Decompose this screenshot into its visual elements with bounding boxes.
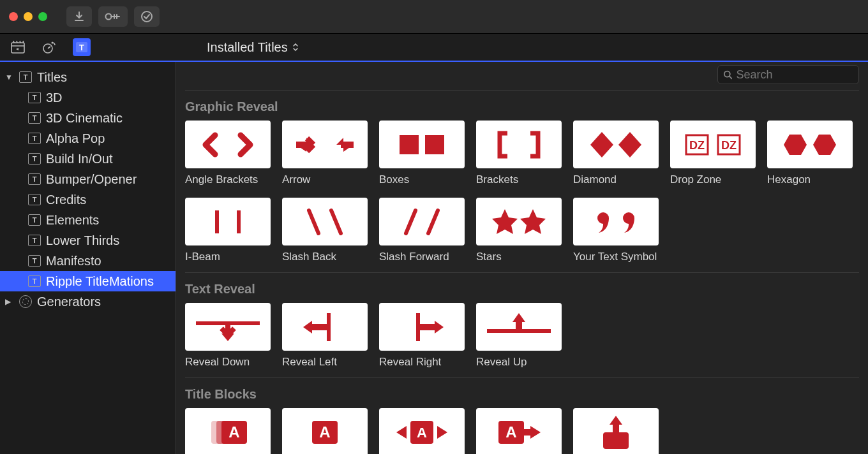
keyword-button[interactable] <box>98 6 128 27</box>
title-tile[interactable]: Slash Back <box>282 198 368 263</box>
sidebar-item-label: Bumper/Opener <box>46 172 137 187</box>
svg-text:A: A <box>505 423 516 441</box>
stars-icon <box>476 198 562 245</box>
titlebar <box>0 0 868 34</box>
browser-tab-bar: T Installed Titles <box>0 34 868 62</box>
angle-brackets-icon <box>185 121 271 168</box>
svg-rect-26 <box>418 324 435 330</box>
tile-label: Boxes <box>379 173 465 186</box>
arrows-in-icon <box>282 121 368 168</box>
title-tile[interactable]: Reveal Right <box>379 303 465 369</box>
diamonds-icon <box>573 121 659 168</box>
svg-text:DZ: DZ <box>689 139 705 152</box>
search-icon <box>723 70 732 80</box>
sidebar-item-ripple-titlemations[interactable]: TRipple TitleMations <box>0 271 176 291</box>
title-tile[interactable]: A <box>476 408 562 454</box>
maximize-window-button[interactable] <box>38 12 47 21</box>
title-tile[interactable]: Stars <box>476 198 562 263</box>
reveal-right-icon <box>379 303 465 351</box>
block-right-icon: A <box>476 408 562 454</box>
title-tile[interactable]: Diamond <box>573 121 659 186</box>
filter-dropdown-label: Installed Titles <box>207 40 288 55</box>
title-icon: T <box>28 133 41 144</box>
libraries-tab[interactable] <box>9 38 27 56</box>
window-controls <box>9 12 47 21</box>
tile-label: Reveal Left <box>282 356 368 369</box>
sidebar-item-credits[interactable]: TCredits <box>0 189 176 210</box>
import-button[interactable] <box>66 6 92 27</box>
svg-rect-8 <box>296 142 309 148</box>
title-tile[interactable]: Reveal Down <box>185 303 271 369</box>
sidebar-item-label: Build In/Out <box>46 152 113 166</box>
title-tile[interactable]: Brackets <box>476 121 562 186</box>
title-tile[interactable]: Angle Brackets <box>185 121 271 186</box>
tile-label: I-Beam <box>185 251 271 263</box>
title-tile[interactable]: I-Beam <box>185 198 271 263</box>
chevron-right-icon[interactable]: ▶ <box>5 297 14 306</box>
section-header: Title Blocks <box>185 377 859 408</box>
sidebar-item-manifesto[interactable]: TManifesto <box>0 251 176 271</box>
title-tile[interactable]: Boxes <box>379 121 465 186</box>
sidebar-item-bumper-opener[interactable]: TBumper/Opener <box>0 169 176 189</box>
svg-rect-28 <box>516 321 522 332</box>
title-tile[interactable]: Hexagon <box>767 121 853 186</box>
sidebar-item-elements[interactable]: TElements <box>0 210 176 230</box>
svg-text:A: A <box>319 423 330 441</box>
title-tile[interactable] <box>573 408 659 454</box>
block-up-icon <box>573 408 659 454</box>
close-window-button[interactable] <box>9 12 18 21</box>
sidebar-group-label: Titles <box>37 70 67 85</box>
search-input[interactable] <box>736 68 853 82</box>
sidebar-item-alpha-pop[interactable]: TAlpha Pop <box>0 128 176 149</box>
sidebar-item-label: Manifesto <box>46 254 101 268</box>
content-pane: Graphic RevealAngle BracketsArrowBoxesBr… <box>176 62 868 454</box>
title-tile[interactable]: DZDZDrop Zone <box>670 121 756 186</box>
sidebar-group-label: Generators <box>37 295 101 309</box>
browser-grid[interactable]: Graphic RevealAngle BracketsArrowBoxesBr… <box>176 87 868 454</box>
svg-rect-10 <box>400 135 419 154</box>
svg-point-4 <box>52 42 54 44</box>
sidebar-item-3d[interactable]: T3D <box>0 87 176 108</box>
chevron-down-icon[interactable]: ▼ <box>5 73 14 82</box>
title-tile[interactable]: Reveal Left <box>282 303 368 369</box>
slash-back-icon <box>282 198 368 245</box>
title-tile[interactable]: Reveal Up <box>476 303 562 369</box>
title-tile[interactable]: Arrow <box>282 121 368 186</box>
svg-point-1 <box>142 11 152 22</box>
svg-line-18 <box>309 210 318 233</box>
sidebar-item-lower-thirds[interactable]: TLower Thirds <box>0 230 176 251</box>
slash-forward-icon <box>379 198 465 245</box>
svg-rect-40 <box>613 423 619 432</box>
titles-generators-tab[interactable]: T <box>73 38 91 56</box>
svg-rect-2 <box>11 43 24 53</box>
svg-line-20 <box>406 210 415 233</box>
block-motion-icon: A <box>185 408 271 454</box>
svg-rect-11 <box>425 135 444 154</box>
block-a-icon: A <box>282 408 368 454</box>
sidebar-item-build-in-out[interactable]: TBuild In/Out <box>0 149 176 169</box>
reveal-down-icon <box>185 303 271 351</box>
title-tile[interactable]: A <box>379 408 465 454</box>
minimize-window-button[interactable] <box>24 12 33 21</box>
sidebar-item-label: Elements <box>46 213 99 228</box>
sidebar-group-titles[interactable]: ▼TTitles <box>0 67 176 87</box>
sidebar-item-3d-cinematic[interactable]: T3D Cinematic <box>0 108 176 128</box>
svg-rect-17 <box>237 210 241 233</box>
sidebar-group-generators[interactable]: ▶Generators <box>0 291 176 312</box>
title-tile[interactable]: Your Text Symbol <box>573 198 659 263</box>
title-tile[interactable]: A <box>185 408 271 454</box>
title-icon: T <box>28 173 41 185</box>
svg-rect-9 <box>341 142 354 148</box>
photos-audio-tab[interactable] <box>41 38 59 56</box>
background-tasks-button[interactable] <box>134 6 160 27</box>
filter-dropdown[interactable]: Installed Titles <box>207 40 299 55</box>
title-tile[interactable]: A <box>282 408 368 454</box>
generator-icon <box>19 295 32 308</box>
svg-text:T: T <box>79 43 84 52</box>
up-down-icon <box>292 42 299 52</box>
title-tile[interactable]: Slash Forward <box>379 198 465 263</box>
tile-label: Drop Zone <box>670 173 756 186</box>
search-field[interactable] <box>717 65 859 84</box>
title-icon: T <box>28 92 41 103</box>
svg-line-19 <box>331 210 341 233</box>
